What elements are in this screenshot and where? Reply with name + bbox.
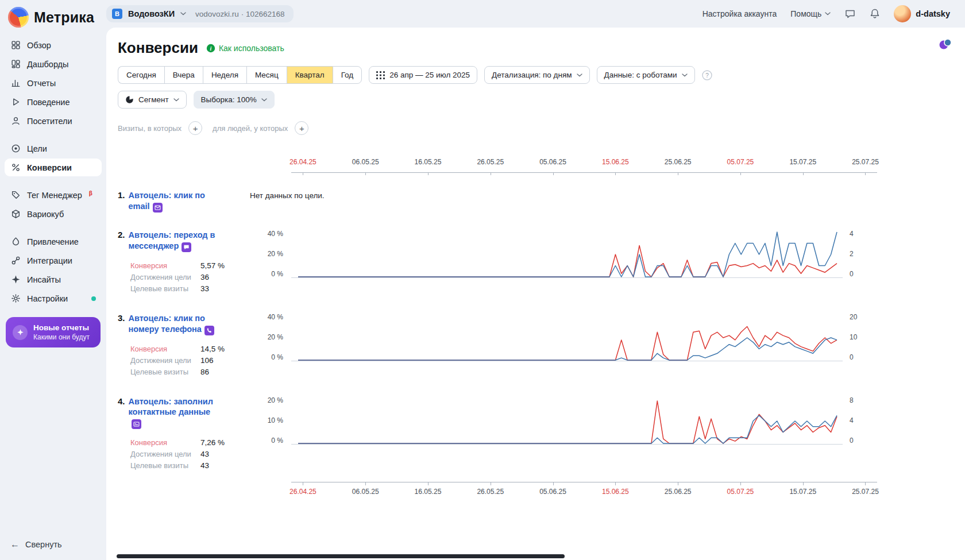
sidebar-item-goals[interactable]: Цели (5, 140, 102, 157)
goal-info: 2.Автоцель: переход в мессенджерКонверси… (118, 230, 250, 296)
y-tick-label: 20 (850, 313, 857, 321)
dashboard-icon (10, 59, 21, 69)
tick-mark (491, 172, 491, 175)
tick-mark (303, 482, 303, 485)
bell-icon[interactable] (870, 8, 880, 20)
sidebar-item-label: Посетители (27, 117, 72, 126)
stat-label: Целевые визиты (130, 461, 200, 470)
visits-filter-label: Визиты, в которых (118, 124, 182, 133)
user-menu[interactable]: d-datsky (894, 5, 950, 22)
date-tick-label: 15.06.25 (602, 158, 629, 166)
chart-plot (291, 313, 843, 361)
chat-icon[interactable] (844, 8, 856, 20)
sidebar-item-tag-manager[interactable]: Тег Менеджерβ (5, 186, 102, 204)
goal-stats: Конверсия7,26 %Достижения цели43Целевые … (130, 438, 250, 470)
counter-selector[interactable]: В ВодовозКИ vodovozki.ru · 102662168 (106, 5, 294, 22)
stat-row: Конверсия5,57 % (130, 261, 250, 270)
sidebar-item-settings[interactable]: Настройки (5, 289, 102, 307)
goal-row: 1.Автоцель: клик по emailНет данных по ц… (118, 190, 965, 213)
integration-icon (10, 256, 21, 265)
calendar-icon (376, 71, 385, 79)
chevron-down-icon (577, 74, 582, 77)
account-settings-link[interactable]: Настройка аккаунта (702, 9, 777, 18)
period-tab-0[interactable]: Сегодня (118, 66, 164, 84)
date-tick-label: 05.06.25 (539, 488, 566, 496)
username: d-datsky (916, 9, 950, 18)
data-mode-select[interactable]: Данные: с роботами (597, 66, 695, 84)
metrika-logo[interactable]: Метрика (5, 0, 102, 36)
counter-name: ВодовозКИ (128, 9, 175, 18)
sidebar-item-overview[interactable]: Обзор (5, 36, 102, 54)
detailing-select[interactable]: Детализация: по дням (484, 66, 589, 84)
chevron-down-icon (825, 12, 831, 16)
goal-title-link[interactable]: Автоцель: переход в мессенджер (129, 230, 215, 250)
flame-icon (10, 237, 21, 246)
sidebar-item-label: Конверсии (27, 163, 72, 172)
stat-value: 14,5 % (200, 345, 225, 353)
help-menu[interactable]: Помощь (790, 9, 831, 18)
segment-button[interactable]: Сегмент (118, 91, 187, 109)
cube-icon (10, 209, 21, 219)
new-reports-banner[interactable]: Новые отчеты Какими они будут (6, 317, 101, 347)
period-controls: СегодняВчераНеделяМесяцКварталГод 26 апр… (118, 66, 965, 84)
y-axis-right: 20100 (843, 313, 877, 361)
goal-title-link[interactable]: Автоцель: клик по номеру телефона (129, 314, 205, 334)
tick-mark (491, 482, 491, 485)
period-tab-1[interactable]: Вчера (164, 66, 203, 84)
add-people-condition-button[interactable]: + (295, 121, 308, 135)
metrika-widget-icon[interactable] (937, 38, 952, 52)
date-tick-label: 16.05.25 (415, 158, 442, 166)
sidebar-item-visitors[interactable]: Посетители (5, 112, 102, 130)
period-tab-4[interactable]: Квартал (287, 66, 333, 84)
stat-value: 7,26 % (200, 438, 225, 447)
sparkle-icon (13, 325, 28, 340)
goal-title-wrap: Автоцель: переход в мессенджер (129, 230, 221, 252)
tick-mark (615, 482, 616, 485)
sidebar-item-insights[interactable]: Инсайты (5, 271, 102, 288)
collapse-sidebar-button[interactable]: ← Свернуть (5, 532, 102, 557)
sidebar-item-conversions[interactable]: Конверсии (5, 159, 102, 176)
date-tick-label: 25.06.25 (665, 158, 692, 166)
goal-title-link[interactable]: Автоцель: клик по email (129, 191, 205, 211)
horizontal-scrollbar[interactable] (117, 554, 565, 558)
sidebar-item-reports[interactable]: Отчеты (5, 74, 102, 92)
sidebar-item-integrations[interactable]: Интеграции (5, 252, 102, 269)
y-axis-right: 420 (843, 230, 877, 278)
beta-badge: β (89, 190, 92, 196)
stat-value: 43 (200, 450, 209, 458)
pie-segment-icon (125, 95, 134, 104)
stat-row: Целевые визиты33 (130, 284, 250, 293)
segment-controls: Сегмент Выборка: 100% (118, 91, 965, 109)
period-tab-5[interactable]: Год (333, 66, 362, 84)
sidebar-item-dashboards[interactable]: Дашборды (5, 55, 102, 73)
gear-icon (10, 293, 21, 303)
date-range-button[interactable]: 26 апр — 25 июл 2025 (369, 66, 477, 84)
add-visits-condition-button[interactable]: + (188, 121, 202, 135)
y-tick-label: 10 (850, 333, 857, 341)
goal-title-link[interactable]: Автоцель: заполнил контактные данные (129, 397, 213, 417)
period-tab-3[interactable]: Месяц (246, 66, 287, 84)
y-axis-left: 40 %20 %0 % (250, 230, 291, 278)
sidebar-item-behavior[interactable]: Поведение (5, 93, 102, 111)
how-to-use-link[interactable]: i Как использовать (206, 44, 284, 53)
goal-head: 4.Автоцель: заполнил контактные данные (118, 396, 250, 430)
title-row: Конверсии i Как использовать (118, 39, 965, 57)
sidebar-item-label: Поведение (27, 98, 70, 107)
stat-value: 86 (200, 368, 209, 376)
sidebar-item-acquisition[interactable]: Привлечение (5, 233, 102, 250)
sidebar-item-variocube[interactable]: Вариокуб (5, 205, 102, 223)
sidebar-item-label: Дашборды (27, 60, 69, 69)
period-tab-2[interactable]: Неделя (203, 66, 246, 84)
notification-dot (91, 296, 96, 301)
stat-row: Достижения цели43 (130, 450, 250, 458)
y-tick-label: 0 % (271, 437, 283, 445)
y-tick-label: 0 % (271, 353, 283, 361)
goal-info: 1.Автоцель: клик по email (118, 190, 250, 213)
percent-icon (10, 163, 21, 172)
sampling-select[interactable]: Выборка: 100% (194, 91, 275, 109)
stat-label: Достижения цели (130, 356, 200, 365)
site-favicon-icon: В (112, 9, 122, 19)
help-circle-icon[interactable]: ? (702, 70, 712, 80)
grid-icon (10, 40, 21, 50)
page-title: Конверсии (118, 39, 198, 57)
